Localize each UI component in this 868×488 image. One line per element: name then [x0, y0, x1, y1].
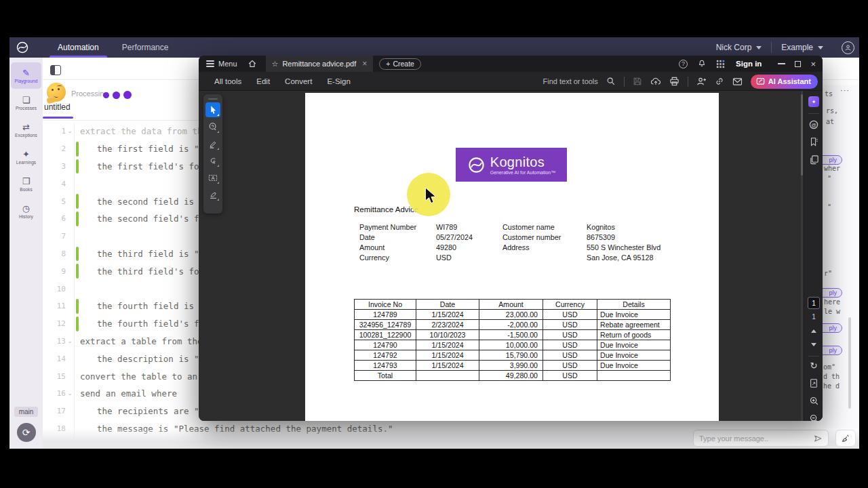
learnings-sparkle-icon: ✦	[22, 150, 30, 159]
app-nav-bar: Automation Performance Nick Corp Example	[9, 37, 859, 58]
change-marker	[76, 369, 79, 384]
invoice-row: 124792 1/15/2024 15,790.00 USD Due Invoi…	[355, 350, 671, 361]
mouse-cursor-icon	[425, 187, 437, 205]
nav-tab[interactable]: Automation	[46, 37, 111, 58]
panel-text-fragment: rs,	[826, 107, 838, 115]
summary-row: Amount 49280	[359, 243, 473, 253]
email-icon[interactable]	[732, 77, 743, 86]
rotate-refresh-icon[interactable]: ↻	[804, 361, 823, 370]
menubar-item[interactable]: Convert	[277, 77, 319, 85]
bookmarks-icon[interactable]	[804, 137, 823, 147]
panel-scrollbar[interactable]	[848, 317, 851, 409]
panel-text-fragment: ts	[825, 90, 833, 98]
panel-toggle-icon[interactable]	[50, 65, 61, 75]
sidebar-item[interactable]: ✎ Playground	[11, 62, 41, 89]
page-scrollbar-thumb[interactable]	[801, 94, 803, 176]
chevron-down-icon	[756, 46, 762, 49]
search-icon[interactable]	[606, 77, 616, 86]
sidebar-item[interactable]: ❒ Books	[11, 171, 41, 197]
window-close-icon[interactable]: ×	[810, 59, 816, 69]
app-grid-icon[interactable]	[716, 60, 725, 68]
panel-menu-dots[interactable]: ···	[840, 86, 850, 94]
draw-lasso-tool[interactable]	[205, 153, 220, 168]
fit-page-icon[interactable]	[804, 378, 823, 388]
thinking-emoji	[47, 83, 66, 102]
history-clock-icon: ◷	[22, 204, 30, 214]
zoom-out-icon[interactable]	[804, 413, 823, 421]
file-tab-untitled[interactable]: untitled	[44, 102, 71, 112]
change-marker	[76, 159, 79, 174]
fill-sign-tool[interactable]	[205, 187, 220, 202]
column-header: Details	[597, 300, 671, 310]
next-page-icon[interactable]	[804, 343, 823, 346]
notifications-bell-icon[interactable]	[697, 59, 707, 68]
ai-chat-icon	[756, 77, 765, 86]
help-icon[interactable]: ?	[679, 60, 688, 68]
toolbar-separator	[624, 77, 625, 87]
window-minimize-icon[interactable]	[778, 63, 785, 64]
change-marker	[76, 351, 79, 366]
star-icon[interactable]: ☆	[272, 60, 279, 68]
add-people-icon[interactable]	[696, 77, 707, 86]
pages-thumbnails-icon[interactable]	[804, 155, 823, 165]
add-text-tool[interactable]: A	[205, 170, 220, 185]
clear-chat-button[interactable]	[835, 430, 856, 447]
change-marker	[76, 142, 79, 157]
kognitos-logo-icon[interactable]	[16, 41, 29, 54]
comment-tool[interactable]	[205, 119, 220, 134]
fold-caret-icon[interactable]: ⌄	[66, 390, 74, 396]
invoice-row: 100281_122900 10/10/2023 -1,500.00 USD R…	[355, 330, 671, 340]
previous-page-icon[interactable]	[804, 329, 823, 333]
send-icon[interactable]	[813, 434, 823, 443]
current-page-box[interactable]: 1	[804, 297, 823, 309]
summary-row: Customer number 8675309	[502, 232, 660, 243]
hamburger-menu-icon[interactable]	[199, 60, 214, 67]
fold-caret-icon[interactable]: ⌄	[66, 338, 74, 344]
user-avatar[interactable]	[842, 41, 854, 54]
print-icon[interactable]	[669, 77, 679, 86]
menubar-item[interactable]: Edit	[249, 77, 277, 85]
sync-loop-button[interactable]: ⟳	[17, 423, 36, 442]
menu-label[interactable]: Menu	[218, 60, 237, 68]
line-number: 4	[43, 180, 66, 188]
message-input[interactable]: Type your message..	[693, 430, 829, 447]
summary-row: Currency USD	[359, 253, 473, 263]
menubar-item[interactable]: All tools	[207, 77, 249, 85]
fold-caret-icon[interactable]: ⌄	[66, 128, 74, 134]
sidebar-item[interactable]: ✦ Learnings	[11, 144, 41, 170]
plus-icon: +	[386, 60, 390, 68]
sidebar-item[interactable]: ❏ Processes	[11, 89, 41, 116]
logo-tagline: Generative AI for Automation™	[490, 170, 556, 175]
select-tool[interactable]	[205, 102, 220, 117]
file-tab-underline	[43, 117, 73, 119]
cloud-upload-icon[interactable]	[650, 77, 661, 86]
create-button[interactable]: + Create	[379, 58, 421, 70]
panel-text-fragment: om"	[823, 363, 835, 371]
exceptions-swap-icon: ⇄	[22, 123, 30, 132]
sidebar-item[interactable]: ◷ History	[11, 198, 41, 224]
ai-assistant-button[interactable]: AI Assistant	[751, 75, 818, 89]
menubar-item[interactable]: E-Sign	[319, 77, 358, 85]
org-selector[interactable]: Nick Corp	[707, 43, 772, 52]
total-pages-label: 1	[804, 313, 823, 321]
highlight-pen-tool[interactable]	[205, 136, 220, 151]
drag-handle[interactable]	[208, 98, 218, 100]
workspace-selector[interactable]: Example	[772, 43, 833, 52]
line-number: 6	[43, 214, 66, 223]
comments-icon[interactable]: @	[804, 119, 823, 130]
home-icon[interactable]	[248, 59, 257, 68]
window-maximize-icon[interactable]	[795, 61, 801, 67]
link-icon[interactable]	[715, 77, 724, 86]
processing-dots	[103, 91, 132, 99]
sign-in-button[interactable]: Sign in	[736, 60, 762, 68]
document-tab[interactable]: ☆ Remittance advice.pdf ×	[266, 56, 374, 72]
line-number: 3	[43, 162, 66, 171]
rail-divider	[808, 113, 819, 114]
zoom-in-icon[interactable]	[804, 396, 823, 406]
tab-close-icon[interactable]: ×	[362, 59, 367, 68]
find-label[interactable]: Find text or tools	[543, 77, 598, 85]
nav-tab[interactable]: Performance	[111, 37, 180, 58]
screen: Automation Performance Nick Corp Example	[0, 0, 868, 488]
sidebar-item[interactable]: ⇄ Exceptions	[11, 117, 41, 143]
ai-summary-icon[interactable]: ✦	[804, 96, 823, 107]
